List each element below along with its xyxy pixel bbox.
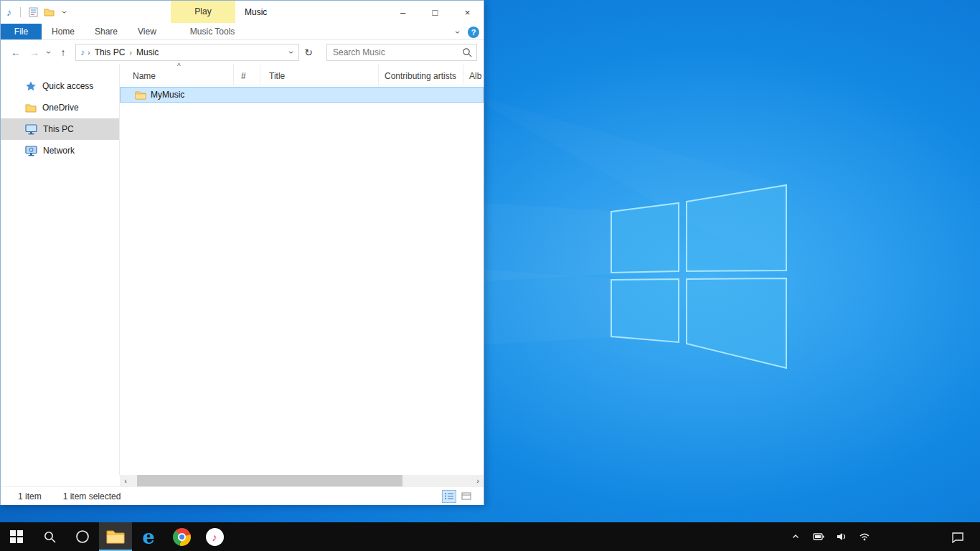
sidebar-item-label: OneDrive (42, 103, 79, 113)
ribbon-tab-row: File Home Share View Music Tools › ? (1, 24, 484, 40)
taskbar-search-button[interactable] (33, 522, 66, 551)
sort-ascending-icon: ^ (177, 62, 181, 70)
sidebar-item-label: Network (43, 146, 75, 156)
scroll-left-arrow[interactable]: ‹ (120, 476, 131, 485)
file-explorer-window: ♪ › Play Music – (0, 0, 484, 505)
taskbar-file-explorer-button[interactable] (99, 522, 132, 551)
sidebar-item-network[interactable]: Network (1, 140, 119, 161)
taskbar-music-app-button[interactable]: ♪ (198, 522, 231, 551)
qat-properties-button[interactable] (25, 4, 41, 21)
column-header-album[interactable]: Alb (463, 64, 484, 85)
chevron-down-icon: › (287, 51, 296, 54)
speaker-icon (836, 531, 847, 542)
column-header-title[interactable]: Title (260, 64, 379, 85)
view-toggles (442, 490, 473, 503)
sidebar-item-onedrive[interactable]: OneDrive (1, 97, 119, 118)
taskbar-chrome-button[interactable] (165, 522, 198, 551)
item-count: 1 item (18, 491, 42, 501)
details-view-button[interactable] (442, 490, 456, 503)
qat-customize-dropdown[interactable]: › (57, 4, 72, 21)
new-folder-icon (44, 8, 55, 17)
tab-music-tools[interactable]: Music Tools (180, 24, 245, 39)
refresh-button[interactable]: ↻ (299, 44, 318, 61)
file-row-mymusic[interactable]: MyMusic (120, 87, 484, 103)
column-header-contributing-artists[interactable]: Contributing artists (379, 64, 463, 85)
sidebar-item-label: Quick access (42, 81, 93, 91)
large-icons-view-button[interactable] (459, 490, 473, 503)
taskbar-edge-button[interactable]: e (132, 522, 165, 551)
cortana-button[interactable] (66, 522, 99, 551)
breadcrumb-music[interactable]: Music (132, 47, 163, 57)
sidebar-item-this-pc[interactable]: This PC (1, 118, 119, 140)
show-hidden-icons-button[interactable] (788, 522, 804, 551)
tab-home[interactable]: Home (42, 24, 85, 39)
network-tray-button[interactable] (857, 522, 872, 551)
search-icon[interactable] (462, 47, 473, 58)
large-icons-view-icon (461, 492, 471, 500)
qat-new-folder-button[interactable] (41, 4, 57, 21)
file-explorer-icon (106, 529, 125, 544)
cortana-circle-icon (75, 529, 90, 544)
tab-share[interactable]: Share (85, 24, 128, 39)
main-content: Quick access OneDrive This PC (1, 64, 484, 475)
titlebar: ♪ › Play Music – (1, 1, 484, 24)
column-header-number[interactable]: # (234, 64, 260, 85)
onedrive-folder-icon (25, 103, 37, 113)
chrome-browser-icon (173, 528, 191, 546)
collapse-ribbon-button[interactable]: › (456, 27, 459, 37)
desktop: ♪ › Play Music – (0, 0, 980, 551)
navigation-pane: Quick access OneDrive This PC (1, 64, 119, 475)
wifi-icon (859, 531, 870, 542)
close-button[interactable]: × (451, 1, 484, 24)
back-button[interactable]: ← (6, 43, 25, 62)
volume-tray-button[interactable] (834, 522, 849, 551)
music-note-app-icon: ♪ (6, 6, 11, 18)
forward-button[interactable]: → (25, 43, 44, 62)
music-note-location-icon: ♪ (80, 47, 85, 57)
ribbon-right-controls: › ? (456, 24, 479, 40)
sidebar-item-quick-access[interactable]: Quick access (1, 75, 119, 97)
horizontal-scrollbar[interactable]: ‹ › (120, 475, 484, 486)
tab-view[interactable]: View (128, 24, 166, 39)
address-bar[interactable]: ♪ › This PC › Music › (75, 44, 299, 61)
network-monitor-icon (25, 145, 37, 156)
star-icon (25, 80, 37, 92)
start-button[interactable] (0, 522, 33, 551)
computer-monitor-icon (25, 123, 37, 135)
action-center-button[interactable] (941, 522, 974, 551)
taskbar: e ♪ (0, 522, 980, 551)
recent-locations-dropdown[interactable]: › (44, 43, 54, 62)
tab-file[interactable]: File (1, 24, 42, 39)
search-input[interactable] (327, 44, 476, 60)
chevron-up-icon (791, 532, 800, 541)
maximize-button[interactable]: □ (419, 1, 451, 24)
scrollbar-thumb[interactable] (137, 475, 402, 486)
address-dropdown-button[interactable]: › (284, 47, 298, 57)
music-note-glyph: ♪ (212, 531, 217, 543)
battery-icon (813, 531, 825, 542)
search-box (326, 44, 477, 61)
minimize-button[interactable]: – (387, 1, 419, 24)
music-app-icon: ♪ (206, 528, 224, 546)
music-tools-play-tab[interactable]: Play (171, 1, 235, 23)
action-center-icon (951, 531, 964, 543)
scroll-right-arrow[interactable]: › (472, 476, 484, 485)
qat-separator (20, 7, 21, 17)
search-icon (43, 530, 57, 544)
up-button[interactable]: ↑ (54, 43, 72, 62)
folder-icon (135, 90, 146, 100)
sidebar-item-label: This PC (43, 124, 74, 134)
chevron-down-icon: › (453, 31, 462, 34)
battery-tray-button[interactable] (811, 522, 826, 551)
windows-logo-icon (10, 530, 23, 543)
breadcrumb-this-pc[interactable]: This PC (90, 47, 130, 57)
column-headers: ^ Name # Title Contributing artists Alb (120, 64, 484, 85)
address-bar-row: ← → › ↑ ♪ › This PC › Music › ↻ (1, 40, 484, 64)
file-name: MyMusic (151, 90, 184, 100)
system-tray (788, 522, 872, 551)
properties-icon (29, 7, 38, 17)
help-button[interactable]: ? (468, 27, 479, 38)
file-list-pane: ^ Name # Title Contributing artists Alb … (119, 64, 484, 475)
chevron-down-icon: › (44, 51, 53, 54)
status-bar: 1 item 1 item selected (1, 486, 484, 505)
